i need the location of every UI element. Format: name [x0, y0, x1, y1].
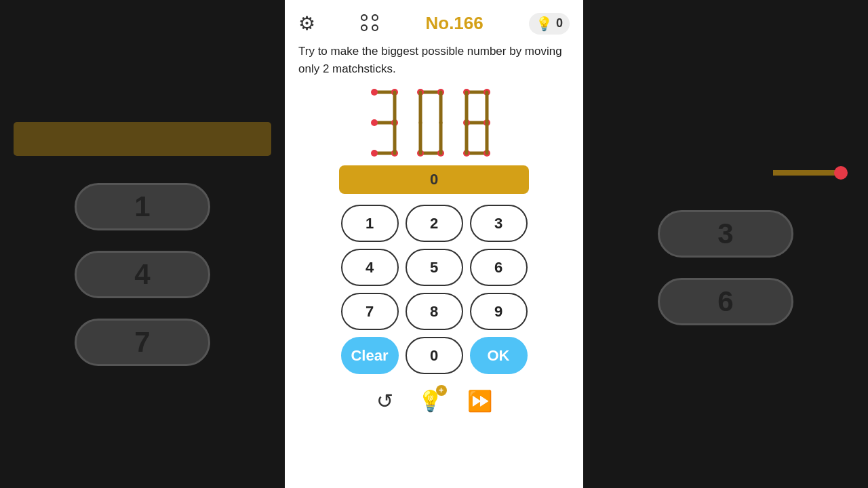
numpad: 1 2 3 4 5 6 7 8 9 Clear 0 OK: [341, 205, 528, 374]
grid-dot: [361, 14, 368, 21]
num-btn-6[interactable]: 6: [470, 249, 528, 286]
num-btn-5[interactable]: 5: [406, 249, 463, 286]
hint-action[interactable]: 💡 +: [418, 389, 443, 413]
num-btn-9[interactable]: 9: [470, 293, 528, 330]
clear-button[interactable]: Clear: [341, 337, 399, 374]
num-btn-1[interactable]: 1: [341, 205, 399, 242]
svg-point-7: [371, 150, 378, 157]
fast-forward-icon[interactable]: ⏩: [467, 389, 492, 413]
hint-count: 0: [556, 16, 563, 30]
bg-btn-1: 1: [75, 183, 210, 230]
arm-svg: [773, 163, 854, 183]
header: ⚙ No.166 💡 0: [298, 12, 570, 35]
ok-button[interactable]: OK: [470, 337, 528, 374]
instruction-text: Try to make the biggest possible number …: [298, 43, 570, 77]
refresh-icon[interactable]: ↺: [376, 389, 393, 413]
bg-left-panel: 1 4 7: [0, 0, 285, 488]
puzzle-number: No.166: [425, 13, 483, 34]
grid-dot: [372, 14, 378, 21]
settings-icon[interactable]: ⚙: [298, 12, 315, 35]
svg-point-35: [834, 166, 848, 180]
hint-bulb-icon: 💡: [536, 16, 553, 32]
matchstick-display: [298, 85, 570, 160]
matchstick-svg: [359, 85, 509, 160]
num-btn-4[interactable]: 4: [341, 249, 399, 286]
svg-point-4: [371, 119, 378, 126]
bg-btn-6: 6: [658, 278, 793, 325]
bg-btn-7: 7: [75, 319, 210, 366]
num-btn-7[interactable]: 7: [341, 293, 399, 330]
num-btn-0[interactable]: 0: [406, 337, 463, 374]
bg-matchstick-arm: [597, 163, 854, 183]
bottom-actions: ↺ 💡 + ⏩: [376, 389, 492, 413]
grid-dot: [372, 24, 378, 31]
svg-point-1: [371, 89, 378, 96]
bg-bar-left: [14, 122, 271, 156]
grid-icon[interactable]: [361, 14, 380, 33]
answer-display: 0: [339, 165, 529, 194]
num-btn-2[interactable]: 2: [406, 205, 463, 242]
bg-btn-3: 3: [658, 210, 793, 258]
bg-right-panel: 3 6: [583, 0, 868, 488]
hint-badge[interactable]: 💡 0: [529, 13, 570, 35]
num-btn-8[interactable]: 8: [406, 293, 463, 330]
num-btn-3[interactable]: 3: [470, 205, 528, 242]
bg-btn-4: 4: [75, 251, 210, 298]
hint-plus-icon: +: [436, 385, 447, 396]
grid-dot: [361, 24, 368, 31]
center-panel: ⚙ No.166 💡 0 Try to make the biggest pos…: [285, 0, 583, 488]
